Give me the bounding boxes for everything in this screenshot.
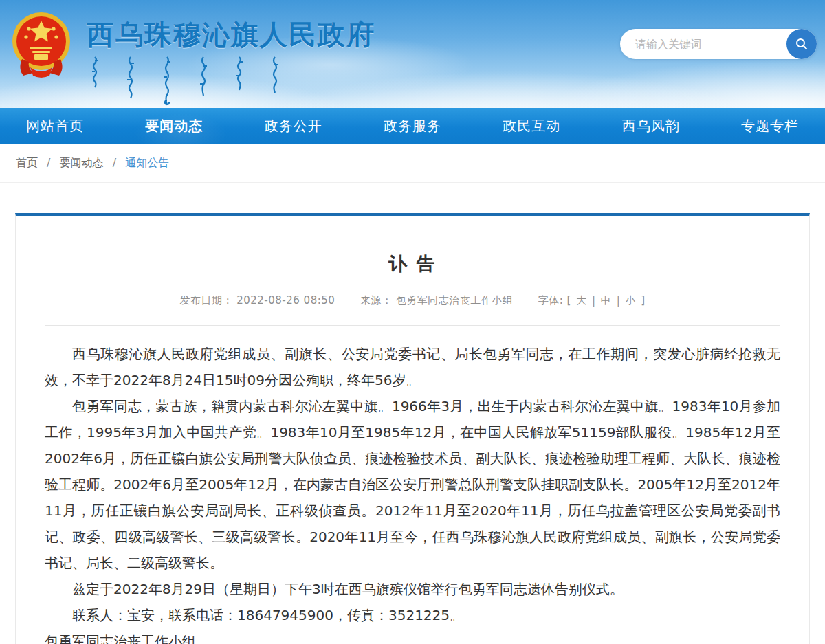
article-title: 讣 告: [45, 252, 780, 276]
mongolian-glyph-icon: [126, 56, 135, 99]
site-title: 西乌珠穆沁旗人民政府: [87, 19, 375, 49]
breadcrumb-bar: 首页 / 要闻动态 / 通知公告: [0, 144, 825, 183]
mongolian-script: [91, 56, 375, 98]
signature-org: 包勇军同志治丧工作小组: [45, 628, 780, 644]
article-paragraph: 包勇军同志，蒙古族，籍贯内蒙古科尔沁左翼中旗。1966年3月，出生于内蒙古科尔沁…: [45, 393, 780, 576]
nav-item-news[interactable]: 要闻动态: [145, 108, 203, 144]
main-navigation: 网站首页 要闻动态 政务公开 政务服务 政民互动 西乌风韵 专题专栏: [0, 108, 825, 144]
breadcrumb-home[interactable]: 首页: [16, 156, 38, 169]
article-meta: 发布日期： 2022-08-26 08:50 来源： 包勇军同志治丧工作小组 字…: [45, 294, 780, 307]
nav-item-interaction[interactable]: 政民互动: [503, 108, 560, 144]
breadcrumb-notices-current[interactable]: 通知公告: [125, 156, 169, 169]
font-bracket-close: ]: [641, 294, 645, 307]
search-box: [620, 29, 817, 59]
font-pipe: |: [617, 294, 621, 307]
nav-item-gov-disclosure[interactable]: 政务公开: [265, 108, 322, 144]
search-button[interactable]: [786, 29, 817, 59]
national-emblem-logo: [10, 11, 73, 78]
breadcrumb: 首页 / 要闻动态 / 通知公告: [16, 156, 169, 170]
brand-text: 西乌珠穆沁旗人民政府: [87, 11, 375, 98]
search-input[interactable]: [620, 29, 786, 59]
mongolian-glyph-icon: [271, 56, 279, 93]
breadcrumb-news[interactable]: 要闻动态: [60, 156, 104, 169]
article-paragraph: 西乌珠穆沁旗人民政府党组成员、副旗长、公安局党委书记、局长包勇军同志，在工作期间…: [45, 341, 780, 393]
page-body: 讣 告 发布日期： 2022-08-26 08:50 来源： 包勇军同志治丧工作…: [0, 213, 825, 644]
article-card: 讣 告 发布日期： 2022-08-26 08:50 来源： 包勇军同志治丧工作…: [15, 213, 810, 644]
article-paragraph: 联系人：宝安，联系电话：18647945900，传真：3521225。: [45, 602, 780, 628]
mongolian-glyph-icon: [162, 56, 172, 106]
search-icon: [795, 37, 808, 51]
font-size-label: 字体:: [538, 294, 564, 307]
font-size-large-button[interactable]: 大: [575, 294, 588, 307]
publish-date-label: 发布日期：: [179, 294, 233, 307]
mongolian-glyph-icon: [235, 56, 243, 91]
publish-date-value: 2022-08-26 08:50: [236, 294, 335, 307]
article-content: 西乌珠穆沁旗人民政府党组成员、副旗长、公安局党委书记、局长包勇军同志，在工作期间…: [45, 341, 780, 644]
nav-item-special-topics[interactable]: 专题专栏: [741, 108, 799, 144]
article-paragraph: 兹定于2022年8月29日（星期日）下午3时在西乌旗殡仪馆举行包勇军同志遗体告别…: [45, 576, 780, 602]
site-header: 西乌珠穆沁旗人民政府: [0, 0, 825, 108]
signature-block: 包勇军同志治丧工作小组 2022年8月25日: [45, 628, 780, 644]
mongolian-glyph-icon: [199, 56, 208, 96]
font-size-medium-button[interactable]: 中: [600, 294, 613, 307]
source-value: 包勇军同志治丧工作小组: [396, 294, 514, 307]
font-pipe: |: [592, 294, 596, 307]
meta-divider: [45, 325, 780, 326]
nav-item-home[interactable]: 网站首页: [26, 108, 84, 144]
breadcrumb-separator: /: [113, 156, 116, 169]
font-size-small-button[interactable]: 小: [624, 294, 637, 307]
site-brand: 西乌珠穆沁旗人民政府: [10, 11, 375, 98]
nav-item-gov-services[interactable]: 政务服务: [384, 108, 441, 144]
breadcrumb-separator: /: [47, 156, 50, 169]
source-label: 来源：: [360, 294, 393, 307]
font-bracket-open: [: [567, 294, 571, 307]
nav-item-xiwu-charm[interactable]: 西乌风韵: [622, 108, 680, 144]
mongolian-glyph-icon: [91, 56, 99, 92]
